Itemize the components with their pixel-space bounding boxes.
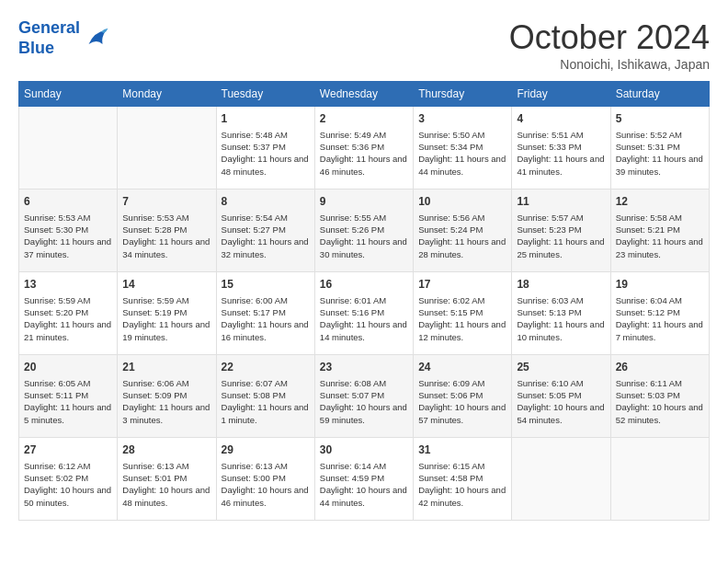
calendar-cell: 22Sunrise: 6:07 AMSunset: 5:08 PMDayligh… [216, 355, 314, 438]
calendar-cell: 3Sunrise: 5:50 AMSunset: 5:34 PMDaylight… [414, 107, 512, 190]
calendar-week-row: 13Sunrise: 5:59 AMSunset: 5:20 PMDayligh… [19, 272, 710, 355]
day-info: Daylight: 11 hours and 21 minutes. [24, 318, 112, 343]
day-info: Sunset: 5:37 PM [222, 141, 310, 153]
calendar-cell: 20Sunrise: 6:05 AMSunset: 5:11 PMDayligh… [19, 355, 118, 438]
day-info: Sunrise: 5:48 AM [222, 129, 310, 141]
calendar-cell: 13Sunrise: 5:59 AMSunset: 5:20 PMDayligh… [19, 272, 118, 355]
day-info: Sunset: 5:09 PM [122, 389, 210, 401]
calendar-cell: 25Sunrise: 6:10 AMSunset: 5:05 PMDayligh… [512, 355, 610, 438]
day-info: Sunset: 5:23 PM [517, 224, 605, 236]
calendar-cell: 6Sunrise: 5:53 AMSunset: 5:30 PMDaylight… [19, 190, 118, 272]
day-number: 13 [24, 277, 112, 293]
day-info: Sunset: 5:01 PM [122, 472, 210, 484]
day-info: Sunrise: 5:59 AM [122, 294, 210, 306]
calendar-cell: 11Sunrise: 5:57 AMSunset: 5:23 PMDayligh… [512, 190, 610, 272]
calendar-cell: 2Sunrise: 5:49 AMSunset: 5:36 PMDaylight… [314, 107, 413, 190]
weekday-label: Sunday [19, 82, 118, 107]
day-info: Sunrise: 6:02 AM [418, 294, 506, 306]
day-info: Daylight: 11 hours and 30 minutes. [320, 236, 408, 260]
day-info: Daylight: 11 hours and 7 minutes. [616, 318, 704, 343]
calendar-cell: 7Sunrise: 5:53 AMSunset: 5:28 PMDaylight… [118, 190, 216, 272]
weekday-label: Saturday [610, 82, 709, 107]
logo: General Blue [18, 18, 109, 58]
calendar-cell: 15Sunrise: 6:00 AMSunset: 5:17 PMDayligh… [216, 272, 314, 355]
calendar-cell: 26Sunrise: 6:11 AMSunset: 5:03 PMDayligh… [610, 355, 709, 438]
calendar-week-row: 27Sunrise: 6:12 AMSunset: 5:02 PMDayligh… [19, 438, 710, 521]
calendar-header: SundayMondayTuesdayWednesdayThursdayFrid… [19, 82, 710, 107]
day-info: Sunrise: 6:01 AM [320, 294, 408, 306]
day-info: Sunset: 4:59 PM [320, 472, 408, 484]
calendar-table: SundayMondayTuesdayWednesdayThursdayFrid… [18, 81, 710, 521]
calendar-cell: 23Sunrise: 6:08 AMSunset: 5:07 PMDayligh… [314, 355, 413, 438]
day-info: Sunset: 5:13 PM [517, 306, 605, 318]
day-number: 11 [517, 194, 605, 210]
day-info: Sunset: 5:31 PM [616, 141, 704, 153]
calendar-cell: 30Sunrise: 6:14 AMSunset: 4:59 PMDayligh… [314, 438, 413, 521]
day-number: 12 [616, 194, 704, 210]
day-info: Sunset: 5:33 PM [517, 141, 605, 153]
day-info: Sunset: 5:16 PM [320, 306, 408, 318]
day-number: 3 [418, 111, 506, 127]
location: Nonoichi, Ishikawa, Japan [509, 57, 710, 72]
day-number: 25 [517, 360, 605, 375]
day-number: 17 [418, 277, 506, 293]
day-info: Sunset: 5:12 PM [616, 306, 704, 318]
calendar-cell [118, 107, 216, 190]
day-info: Sunrise: 5:55 AM [320, 212, 408, 224]
day-info: Sunrise: 5:50 AM [418, 129, 506, 141]
day-info: Daylight: 11 hours and 25 minutes. [517, 236, 605, 260]
day-info: Daylight: 11 hours and 12 minutes. [418, 318, 506, 343]
day-info: Daylight: 11 hours and 5 minutes. [24, 401, 112, 426]
day-number: 2 [320, 111, 408, 127]
day-number: 28 [122, 442, 210, 458]
day-info: Sunrise: 5:54 AM [222, 212, 310, 224]
calendar-cell: 12Sunrise: 5:58 AMSunset: 5:21 PMDayligh… [610, 190, 709, 272]
calendar-cell: 4Sunrise: 5:51 AMSunset: 5:33 PMDaylight… [512, 107, 610, 190]
weekday-label: Friday [512, 82, 610, 107]
day-info: Sunrise: 6:12 AM [24, 460, 112, 472]
day-info: Sunrise: 5:57 AM [517, 212, 605, 224]
day-number: 22 [222, 360, 310, 375]
calendar-week-row: 20Sunrise: 6:05 AMSunset: 5:11 PMDayligh… [19, 355, 710, 438]
calendar-week-row: 6Sunrise: 5:53 AMSunset: 5:30 PMDaylight… [19, 190, 710, 272]
day-info: Daylight: 10 hours and 52 minutes. [616, 401, 704, 426]
weekday-label: Wednesday [314, 82, 413, 107]
day-number: 15 [222, 277, 310, 293]
calendar-cell: 18Sunrise: 6:03 AMSunset: 5:13 PMDayligh… [512, 272, 610, 355]
day-info: Daylight: 10 hours and 46 minutes. [222, 484, 310, 509]
day-number: 26 [616, 360, 704, 375]
calendar-cell: 29Sunrise: 6:13 AMSunset: 5:00 PMDayligh… [216, 438, 314, 521]
day-info: Sunrise: 6:14 AM [320, 460, 408, 472]
calendar-cell: 9Sunrise: 5:55 AMSunset: 5:26 PMDaylight… [314, 190, 413, 272]
day-info: Daylight: 10 hours and 54 minutes. [517, 401, 605, 426]
calendar-cell: 24Sunrise: 6:09 AMSunset: 5:06 PMDayligh… [414, 355, 512, 438]
day-info: Sunrise: 6:13 AM [222, 460, 310, 472]
day-info: Sunrise: 6:09 AM [418, 377, 506, 389]
day-info: Sunrise: 5:52 AM [616, 129, 704, 141]
day-info: Sunrise: 6:08 AM [320, 377, 408, 389]
day-info: Daylight: 11 hours and 3 minutes. [122, 401, 210, 426]
day-info: Daylight: 10 hours and 57 minutes. [418, 401, 506, 426]
month-title: October 2024 [509, 18, 710, 57]
day-number: 29 [222, 442, 310, 458]
calendar-cell: 5Sunrise: 5:52 AMSunset: 5:31 PMDaylight… [610, 107, 709, 190]
day-info: Sunrise: 6:06 AM [122, 377, 210, 389]
calendar-cell [610, 438, 709, 521]
calendar-cell: 1Sunrise: 5:48 AMSunset: 5:37 PMDaylight… [216, 107, 314, 190]
day-info: Sunset: 5:17 PM [222, 306, 310, 318]
day-info: Daylight: 10 hours and 48 minutes. [122, 484, 210, 509]
weekday-label: Thursday [414, 82, 512, 107]
day-info: Sunrise: 6:13 AM [122, 460, 210, 472]
calendar-cell: 14Sunrise: 5:59 AMSunset: 5:19 PMDayligh… [118, 272, 216, 355]
day-info: Sunrise: 6:07 AM [222, 377, 310, 389]
calendar-week-row: 1Sunrise: 5:48 AMSunset: 5:37 PMDaylight… [19, 107, 710, 190]
day-info: Sunset: 5:36 PM [320, 141, 408, 153]
day-info: Sunrise: 5:53 AM [24, 212, 112, 224]
day-number: 9 [320, 194, 408, 210]
day-info: Sunset: 5:05 PM [517, 389, 605, 401]
day-number: 30 [320, 442, 408, 458]
day-info: Sunset: 5:21 PM [616, 224, 704, 236]
day-info: Daylight: 10 hours and 50 minutes. [24, 484, 112, 509]
calendar-cell [512, 438, 610, 521]
calendar-cell: 21Sunrise: 6:06 AMSunset: 5:09 PMDayligh… [118, 355, 216, 438]
